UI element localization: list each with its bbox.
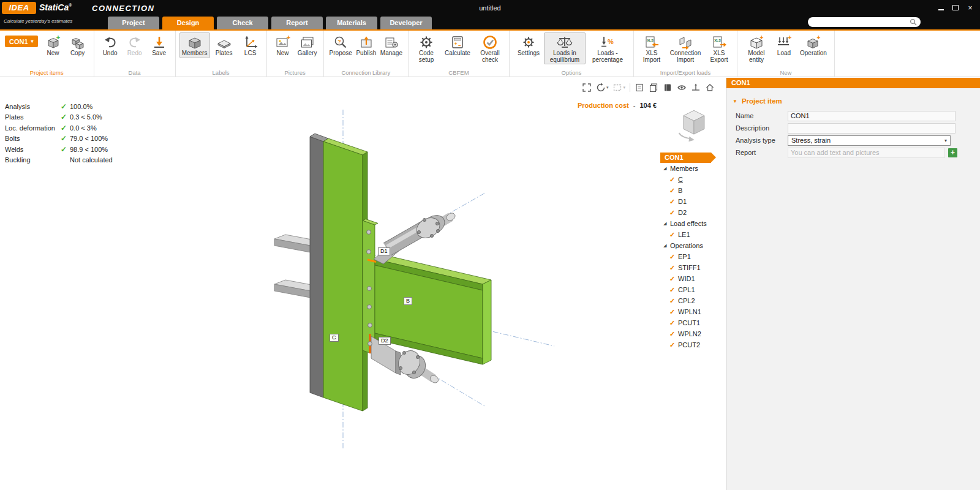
tree-item-d2[interactable]: ✓D2 bbox=[660, 207, 724, 218]
tree-expander-icon[interactable]: ◢ bbox=[663, 166, 669, 171]
property-row-description: Description bbox=[736, 122, 980, 134]
tree-group-load-effects[interactable]: ◢Load effects bbox=[660, 218, 724, 229]
tree-item-pcut2[interactable]: ✓PCUT2 bbox=[660, 339, 724, 350]
pass-check-icon: ✓ bbox=[58, 145, 70, 154]
close-button[interactable]: × bbox=[965, 4, 975, 12]
minimize-button[interactable] bbox=[936, 4, 946, 12]
marquee-select-button[interactable]: ▾ bbox=[612, 83, 625, 92]
axes-icon bbox=[243, 34, 258, 50]
tree-item-ep1[interactable]: ✓EP1 bbox=[660, 251, 724, 262]
restore-icon bbox=[952, 5, 959, 10]
check-row-bolts: Bolts✓79.0 < 100% bbox=[5, 134, 113, 145]
project-item-section-header[interactable]: ▼ Project item bbox=[733, 97, 980, 105]
tree-item-le1[interactable]: ✓LE1 bbox=[660, 229, 724, 240]
tree-item-stiff1[interactable]: ✓STIFF1 bbox=[660, 262, 724, 273]
tree-item-c[interactable]: ✓C bbox=[660, 174, 724, 185]
tab-project[interactable]: Project bbox=[108, 17, 159, 29]
gallery-button[interactable]: Gallery bbox=[295, 32, 320, 58]
active-project-item-button[interactable]: CON1 ▾ bbox=[5, 36, 38, 47]
search-input[interactable] bbox=[812, 18, 910, 26]
undo-button[interactable]: Undo bbox=[98, 32, 123, 58]
analysis-type-dropdown[interactable]: Stress, strain ▾ bbox=[788, 135, 951, 146]
ribbon-group-import-export-loads: XLS XLS Import Connection Import XLS XLS… bbox=[634, 31, 737, 77]
check-icon: ✓ bbox=[669, 330, 677, 338]
notebook-icon bbox=[663, 83, 673, 92]
loads-percentage-button[interactable]: % Loads - percentage bbox=[586, 32, 630, 64]
viewport-canvas[interactable]: D1 B C D2 Analysis✓100.0% Plates✓0.3 < 5… bbox=[0, 78, 726, 490]
tab-materials[interactable]: Materials bbox=[326, 17, 377, 29]
report-text-area[interactable]: You can add text and pictures bbox=[788, 148, 945, 158]
connection-import-button[interactable]: Connection Import bbox=[666, 32, 705, 64]
tab-developer[interactable]: Developer bbox=[380, 17, 432, 29]
report-sheet-button[interactable] bbox=[635, 83, 644, 92]
members-labels-button[interactable]: Members bbox=[179, 32, 210, 58]
load-arrows-icon: + bbox=[776, 34, 792, 50]
xls-export-button[interactable]: XLS XLS Export bbox=[705, 32, 733, 64]
tree-item-cpl1[interactable]: ✓CPL1 bbox=[660, 284, 724, 295]
tree-item-d1[interactable]: ✓D1 bbox=[660, 196, 724, 207]
propose-button[interactable]: ? Propose bbox=[328, 32, 354, 58]
tree-item-wid1[interactable]: ✓WID1 bbox=[660, 273, 724, 284]
lcs-labels-button[interactable]: LCS bbox=[238, 32, 263, 58]
svg-text:%: % bbox=[608, 38, 614, 45]
fit-view-button[interactable] bbox=[582, 83, 592, 92]
properties-panel: CON1 ▼ Project item Name Description Ana… bbox=[726, 78, 980, 490]
calculator-icon: +− bbox=[450, 34, 466, 50]
tab-report[interactable]: Report bbox=[271, 17, 323, 29]
notebook-button[interactable] bbox=[663, 83, 673, 92]
new-item-icon: + bbox=[45, 34, 61, 50]
name-field[interactable] bbox=[788, 111, 956, 121]
dropdown-caret-icon: ▾ bbox=[944, 138, 947, 143]
check-icon: ✓ bbox=[669, 297, 677, 305]
tree-item-b[interactable]: ✓B bbox=[660, 185, 724, 196]
tree-item-wpln1[interactable]: ✓WPLN1 bbox=[660, 306, 724, 317]
tree-item-pcut1[interactable]: ✓PCUT1 bbox=[660, 317, 724, 328]
member-label-c[interactable]: C bbox=[330, 334, 339, 342]
orbit-button[interactable]: ▾ bbox=[596, 83, 609, 92]
publish-button[interactable]: Publish bbox=[354, 32, 379, 58]
member-label-b[interactable]: B bbox=[404, 297, 412, 305]
tree-group-members[interactable]: ◢Members bbox=[660, 163, 724, 174]
check-icon: ✓ bbox=[669, 264, 677, 272]
restore-button[interactable] bbox=[951, 4, 960, 12]
manage-button[interactable]: Manage bbox=[379, 32, 404, 58]
overall-check-button[interactable]: Overall check bbox=[475, 32, 505, 64]
code-setup-button[interactable]: Code setup bbox=[412, 32, 440, 64]
visibility-button[interactable] bbox=[677, 83, 687, 92]
check-icon: ✓ bbox=[669, 341, 677, 349]
settings-gear-icon bbox=[521, 34, 537, 50]
loads-in-equilibrium-button[interactable]: Loads in equilibrium bbox=[544, 32, 586, 64]
tree-expander-icon[interactable]: ◢ bbox=[663, 221, 669, 226]
tree-expander-icon[interactable]: ◢ bbox=[663, 243, 669, 248]
add-report-button[interactable]: + bbox=[948, 148, 957, 157]
sheets-stack-button[interactable] bbox=[649, 83, 658, 92]
home-view-button[interactable] bbox=[705, 83, 715, 92]
new-operation-button[interactable]: + Operation bbox=[796, 32, 831, 58]
plates-labels-button[interactable]: Plates bbox=[210, 32, 238, 58]
new-picture-button[interactable]: + New bbox=[271, 32, 295, 58]
section-view-button[interactable] bbox=[691, 83, 701, 92]
tree-item-wpln2[interactable]: ✓WPLN2 bbox=[660, 328, 724, 339]
new-project-item-button[interactable]: + New bbox=[41, 32, 66, 58]
tree-header[interactable]: CON1 bbox=[660, 153, 711, 163]
description-field[interactable] bbox=[788, 123, 956, 134]
tab-check[interactable]: Check bbox=[217, 17, 268, 29]
navigation-cube[interactable] bbox=[673, 104, 714, 148]
copy-project-item-button[interactable]: Copy bbox=[66, 32, 90, 58]
tree-item-cpl2[interactable]: ✓CPL2 bbox=[660, 295, 724, 306]
save-button[interactable]: Save bbox=[147, 32, 172, 58]
redo-button[interactable]: Redo bbox=[123, 32, 147, 58]
calculate-button[interactable]: +− Calculate bbox=[440, 32, 475, 58]
caret-down-icon: ▾ bbox=[623, 85, 625, 90]
xls-import-button[interactable]: XLS XLS Import bbox=[638, 32, 666, 64]
xls-export-icon: XLS bbox=[711, 34, 727, 50]
member-label-d2[interactable]: D2 bbox=[379, 337, 391, 345]
tree-group-operations[interactable]: ◢Operations bbox=[660, 240, 724, 251]
tab-design[interactable]: Design bbox=[162, 17, 214, 29]
ribbon-group-new: + Model entity + Load + Operation New bbox=[737, 31, 835, 77]
settings-button[interactable]: Settings bbox=[513, 32, 544, 58]
new-load-button[interactable]: + Load bbox=[772, 32, 796, 58]
marquee-select-icon bbox=[612, 83, 622, 92]
member-label-d1[interactable]: D1 bbox=[378, 247, 390, 255]
new-model-entity-button[interactable]: + Model entity bbox=[741, 32, 772, 64]
